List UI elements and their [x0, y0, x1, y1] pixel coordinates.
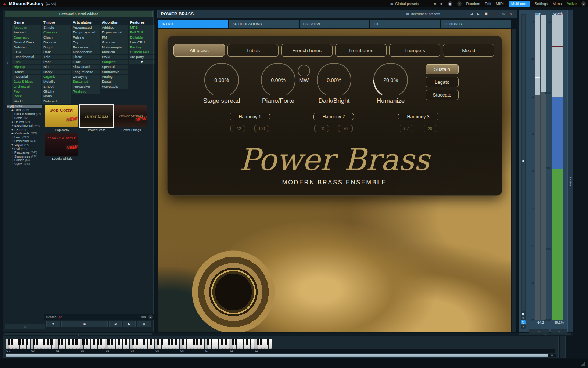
tree-item-strings[interactable]: ├Strings(58) — [7, 158, 45, 162]
harmony-1-transpose[interactable]: - 12 — [230, 125, 245, 132]
harmony-1-amount[interactable]: 100 — [254, 125, 269, 132]
filter-additive[interactable]: Additive — [101, 25, 128, 30]
black-key[interactable] — [250, 339, 251, 345]
black-key[interactable] — [267, 339, 269, 345]
filter-nasty[interactable]: Nasty — [42, 70, 71, 74]
black-key[interactable] — [107, 339, 109, 345]
instrument-presets-button[interactable]: ▦ Instrument presets — [406, 12, 440, 16]
filter-nice[interactable]: Nice — [42, 65, 71, 69]
filter-noisy[interactable]: Noisy — [42, 94, 71, 98]
scroll-down-icon[interactable]: ▾ — [562, 347, 563, 350]
tab-articulations[interactable]: ARTICULATIONS — [229, 20, 298, 28]
tab-globals[interactable]: GLOBALS — [441, 20, 511, 28]
filter-realistic[interactable]: Realistic — [72, 89, 100, 94]
topbar-item-menu[interactable]: Menu — [553, 2, 562, 6]
filter-3rd-party[interactable]: 3rd party — [129, 55, 155, 59]
filter-glide[interactable]: Glide — [72, 60, 100, 64]
expand-icon[interactable]: ◈ — [11, 120, 13, 124]
black-key[interactable] — [211, 339, 212, 345]
filter-metallic[interactable]: Metallic — [42, 79, 71, 84]
filter-dubstep[interactable]: Dubstep — [12, 45, 41, 50]
black-key[interactable] — [33, 339, 35, 345]
tree-item-drums[interactable]: ◈Drums(275) — [7, 120, 45, 124]
help-icon[interactable]: ? — [581, 1, 586, 6]
filter-resize-handle[interactable]: ⇕ — [5, 20, 10, 105]
tree-item-synth[interactable]: └Synth(680) — [7, 162, 45, 166]
filter-monophonic[interactable]: Monophonic — [72, 50, 100, 54]
filter-experimental[interactable]: Experimental — [12, 55, 41, 59]
eye-icon[interactable]: ◎ — [502, 12, 505, 16]
screenshot-icon[interactable]: ▣ — [448, 1, 452, 6]
ensemble-trombones[interactable]: Trombones — [335, 44, 387, 57]
filter-phat[interactable]: Phat — [42, 60, 71, 64]
tree-item-brass[interactable]: ├Brass(99) — [7, 116, 45, 120]
download-install-addons-button[interactable]: Download & Install addons — [5, 11, 153, 17]
black-key[interactable] — [132, 339, 134, 345]
tree-item-organ[interactable]: ◈Organ(48) — [7, 143, 45, 147]
search-input[interactable]: po — [59, 315, 139, 319]
filter-subtractive[interactable]: Subtractive — [101, 70, 128, 74]
filter-experimental[interactable]: Experimental — [101, 30, 128, 35]
filter-multi-sampled[interactable]: Multi-sampled — [101, 45, 128, 50]
tab-creative[interactable]: CREATIVE — [300, 20, 369, 28]
previous-button[interactable]: ◀ — [109, 321, 122, 327]
black-key[interactable] — [47, 339, 49, 345]
topbar-item-edit[interactable]: Edit — [485, 2, 491, 6]
tab-fx[interactable]: FX — [370, 20, 440, 28]
black-key[interactable] — [246, 339, 248, 345]
filter-ambient[interactable]: Ambient — [12, 30, 41, 35]
topbar-item-active[interactable]: Active — [567, 2, 577, 6]
filter-thin[interactable]: Thin — [42, 55, 71, 59]
search-bar[interactable]: Search po ⌨ – — [44, 314, 154, 320]
black-key[interactable] — [207, 339, 209, 345]
filter-granular[interactable]: Granular — [101, 40, 128, 44]
preset-power-strings[interactable]: Power StringsNEWPower Strings — [114, 105, 148, 132]
black-key[interactable] — [97, 339, 98, 345]
next-button[interactable]: ▶ — [123, 321, 136, 327]
filter-organic[interactable]: Organic — [42, 75, 71, 79]
expand-icon[interactable]: ◈ — [7, 105, 9, 108]
preset-pop-corny[interactable]: Pop CornyNEWPop corny — [45, 105, 79, 132]
preset-spooky-whistle[interactable]: SPOOKY WHISTLENEWSpooky whistle — [45, 133, 79, 160]
keyboard-icon[interactable]: ⌨ — [141, 315, 146, 319]
black-key[interactable] — [221, 339, 223, 345]
harmony-3-amount[interactable]: 20 — [423, 125, 437, 132]
black-key[interactable] — [243, 339, 244, 345]
knob-dark-bright[interactable]: 0.00% — [315, 61, 353, 99]
expand-icon[interactable]: ◈ — [11, 128, 13, 131]
filter-wavetable[interactable]: Wavetable — [101, 84, 128, 89]
filter-custom-gui[interactable]: Custom GUI — [129, 50, 155, 54]
meter-settings-icon[interactable]: ▣ — [521, 159, 526, 163]
ensemble-mixed[interactable]: Mixed — [443, 44, 494, 57]
tab-intro[interactable]: INTRO — [158, 20, 228, 28]
tree-item-lead[interactable]: ├Lead(217) — [7, 136, 45, 139]
black-key[interactable] — [150, 339, 152, 345]
harmony-button-2[interactable]: Harmony 2 — [313, 113, 354, 120]
black-key[interactable] — [82, 339, 84, 345]
black-key[interactable] — [100, 339, 102, 345]
filter-full-gui[interactable]: Full GUI — [129, 30, 155, 35]
black-key[interactable] — [235, 339, 237, 345]
right-splitter-handle[interactable]: ◇ — [519, 333, 571, 335]
ensemble-tubas[interactable]: Tubas — [227, 44, 279, 57]
add-icon[interactable]: + — [493, 12, 497, 16]
black-key[interactable] — [218, 339, 219, 345]
filter-world[interactable]: World — [12, 99, 41, 104]
articulation-sustain[interactable]: Sustain — [426, 64, 459, 74]
ensemble-french-horns[interactable]: French horns — [281, 44, 333, 57]
tree-item-all[interactable]: ◈All(4449) — [7, 105, 42, 108]
horizontal-splitter[interactable]: ◇ ◇ — [3, 333, 573, 336]
topbar-item-random[interactable]: Random — [466, 2, 480, 6]
tree-item-keyboards[interactable]: ◈Keyboards(171) — [7, 131, 45, 135]
filter-simple[interactable]: Simple — [42, 25, 71, 30]
black-key[interactable] — [196, 339, 198, 345]
filter-funk[interactable]: Funk — [12, 60, 41, 64]
filter-sustained[interactable]: Sustained — [72, 79, 100, 84]
next-preset-icon[interactable]: ▶ — [441, 2, 443, 6]
filter-pop[interactable]: Pop — [12, 89, 41, 94]
black-key[interactable] — [93, 339, 95, 345]
black-key[interactable] — [8, 339, 10, 345]
filter-distorted[interactable]: Distorted — [42, 40, 71, 44]
filter-industrial[interactable]: Industrial — [12, 75, 41, 79]
black-key[interactable] — [257, 339, 258, 345]
